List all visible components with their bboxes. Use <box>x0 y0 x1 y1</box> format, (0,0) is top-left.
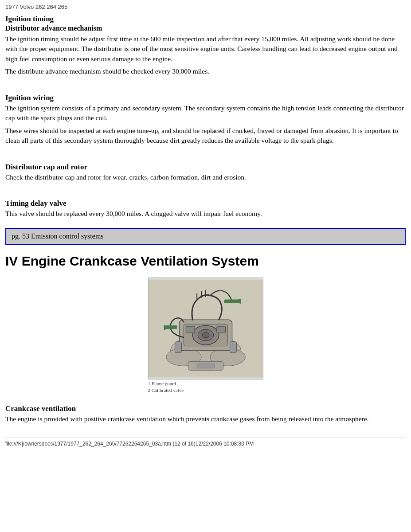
timing-delay-section: Timing delay valve This valve should be … <box>5 199 406 219</box>
ignition-wiring-para1: The ignition system consists of a primar… <box>5 103 406 123</box>
distributor-title: Distributor cap and rotor <box>5 163 406 172</box>
footer-text: file:///K|/ownersdocs/1977/1977_262_264_… <box>5 441 254 447</box>
diagram-with-caption: 1 Flame guard 2 Calibrated valve <box>148 278 263 394</box>
timing-delay-para1: This valve should be replaced every 30,0… <box>5 209 406 219</box>
ignition-wiring-para2: These wires should be inspected at each … <box>5 126 406 146</box>
diagram-caption: 1 Flame guard 2 Calibrated valve <box>148 380 184 394</box>
crankcase-ventilation-title: Crankcase ventilation <box>5 404 406 413</box>
svg-rect-15 <box>175 341 181 352</box>
crankcase-ventilation-para1: The engine is provided with positive cra… <box>5 414 406 424</box>
emission-control-link[interactable]: pg. 53 Emission control systems <box>5 228 406 245</box>
engine-diagram <box>148 278 263 379</box>
page-header: 1977 Volvo 262 264 265 <box>5 4 406 10</box>
ignition-wiring-title: Ignition wiring <box>5 94 406 102</box>
svg-rect-14 <box>186 326 195 333</box>
crankcase-ventilation-section: Crankcase ventilation The engine is prov… <box>5 404 406 424</box>
distributor-section: Distributor cap and rotor Check the dist… <box>5 163 406 182</box>
distributor-advance-subtitle: Distributor advance mechanism <box>5 24 406 32</box>
svg-rect-13 <box>216 326 225 333</box>
page-footer: file:///K|/ownersdocs/1977/1977_262_264_… <box>5 438 406 447</box>
svg-rect-10 <box>224 299 241 303</box>
timing-delay-title: Timing delay valve <box>5 199 406 208</box>
ignition-timing-title: Ignition timing <box>5 15 406 23</box>
diagram-caption-line2: 2 Calibrated valve <box>148 387 184 393</box>
svg-rect-18 <box>197 364 215 368</box>
diagram-container: 1 Flame guard 2 Calibrated valve <box>5 278 406 394</box>
crankcase-big-title: IV Engine Crankcase Ventilation System <box>5 254 406 269</box>
ignition-timing-para2: The distribute advance mechanism should … <box>5 66 406 76</box>
svg-point-8 <box>202 332 209 338</box>
diagram-caption-line1: 1 Flame guard <box>148 381 176 386</box>
ignition-wiring-section: Ignition wiring The ignition system cons… <box>5 94 406 146</box>
svg-rect-12 <box>164 325 177 329</box>
svg-rect-16 <box>230 341 236 352</box>
ignition-timing-section: Ignition timing Distributor advance mech… <box>5 15 406 77</box>
distributor-para1: Check the distributor cap and rotor for … <box>5 172 406 182</box>
crankcase-section: IV Engine Crankcase Ventilation System <box>5 254 406 424</box>
ignition-timing-para1: The ignition timing should be adjust fir… <box>5 34 406 64</box>
